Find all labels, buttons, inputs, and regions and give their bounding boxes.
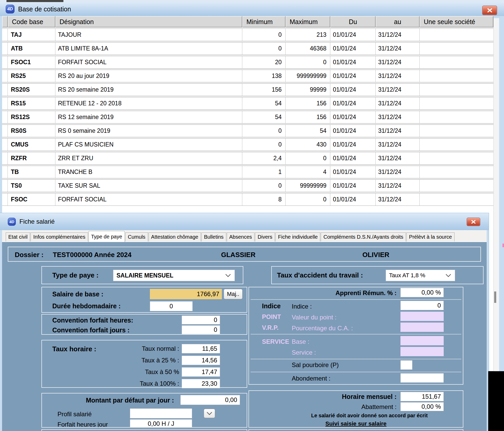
rate-field[interactable]: 17,47 [182,367,220,377]
cell-date: 31/12/24 [376,42,420,55]
cell-desig: TRANCHE B [55,166,242,178]
tab-pr-l-vt-la-source[interactable]: Prélèvt à la source [406,232,455,242]
rate-field[interactable]: 11,65 [182,344,220,353]
convention-group: Convention forfait heures: 0 Convention … [41,314,247,335]
default-amount-field[interactable]: 0,00 [180,395,240,405]
tab-attestation-ch-mage[interactable]: Attestation chômage [149,232,201,242]
tab-type-de-paye[interactable]: Type de paye [89,231,125,242]
table-row[interactable]: ATBATB LIMITE 8A-1A04636801/01/2431/12/2… [2,42,493,55]
table-row[interactable]: RS25RS 20 au jour 201913899999999901/01/… [2,70,493,82]
table-row[interactable]: RS0SRS 0 semaine 201905401/01/2431/12/24 [2,125,493,137]
pay-type-select[interactable]: SALAIRE MENSUEL [113,270,235,281]
rate-field[interactable]: 23,30 [182,379,220,388]
cell-last [420,97,493,109]
tab-cumuls[interactable]: Cumuls [125,232,148,242]
cell-code: CMUS [8,138,55,151]
column-header-minimum[interactable]: Minimum [242,16,286,27]
chevron-down-icon [207,412,212,415]
column-header-une-seule-soci-t[interactable]: Une seule société [420,16,493,27]
cell-gut [2,180,8,192]
table-body: TAJTAJOUR021301/01/2431/12/24ATBATB LIMI… [2,28,493,206]
monthly-hours-group: Horaire mensuel : 151,67 Abattement : 0,… [249,390,463,428]
vrp-percent-field[interactable] [400,323,444,332]
cell-num: 0 [242,180,286,192]
cell-date: 31/12/24 [376,84,420,96]
column-header-maximum[interactable]: Maximum [286,16,330,27]
monthly-hours-label: Horaire mensuel : [285,393,397,400]
abondement-label: Abondement : [292,375,330,382]
cell-num: 0 [242,42,286,55]
cell-date: 01/01/24 [330,29,376,41]
daily-hours-field[interactable]: 0,00 H / J [130,419,192,428]
cell-num: 54 [242,111,286,123]
column-header-d-signation[interactable]: Désignation [55,16,242,27]
tab-compl-ments-d-s-n-ayants-droits[interactable]: Compléments D.S.N./Ayants droits [321,232,406,242]
scrollbar-thumb[interactable] [494,291,496,303]
monthly-hours-field[interactable]: 151,67 [400,392,444,401]
rate-field[interactable]: 14,56 [182,356,220,365]
table-row[interactable]: RS12SRS 12 semaine 20195415601/01/2431/1… [2,111,493,123]
indice-field[interactable]: 0 [400,301,444,310]
table-row[interactable]: FSOC1FORFAIT SOCIAL20001/01/2431/12/24 [2,56,493,69]
cell-last [420,70,493,82]
table-row[interactable]: RS15RETENUE 12 - 20 20185415601/01/2431/… [2,97,493,110]
tab-fiche-individuelle[interactable]: Fiche individuelle [275,232,320,242]
close-button[interactable] [482,6,497,15]
table-row[interactable]: TS0TAXE SUR SAL09999999901/01/2431/12/24 [2,179,493,192]
column-header-code-base[interactable]: Code base [8,16,55,27]
table-row[interactable]: FSOCFORFAIT SOCIAL8001/01/2431/12/24 [2,193,493,206]
cell-date: 31/12/24 [376,166,420,178]
service-label: Service : [292,349,316,356]
service-base-field[interactable] [400,336,444,345]
hourly-rates-group: Taux horaire : Taux normal :11,65Taux à … [41,340,247,388]
salary-entry-tracking-link[interactable]: Suivi saisie sur salaire [325,420,386,427]
point-value-field[interactable] [400,312,444,321]
table-row[interactable]: CMUSPLAF CS MUSICIEN043001/01/2431/12/24 [2,138,493,151]
scrollbar-track[interactable] [493,18,499,374]
abondement-field[interactable] [400,373,444,383]
fiche-salarie-window: 4D Fiche salarié Etat civilInfos complém… [0,213,489,431]
abatement-label: Abattement : [285,403,397,411]
table-row[interactable]: RS20SRS 20 semaine 20191569999901/01/243… [2,83,493,96]
apprentice-field[interactable]: 0,00 % [400,288,444,297]
abatement-field[interactable]: 0,00 % [400,402,444,411]
cell-code: FSOC [8,193,55,206]
tab-bulletins[interactable]: Bulletins [201,232,226,242]
rate-label: Taux à 25 % : [127,357,179,364]
cell-last [420,56,493,68]
employee-profile-field[interactable] [130,408,192,418]
column-header-au[interactable]: au [376,16,420,27]
accident-rate-select[interactable]: Taux AT 1,8 % [386,270,455,281]
cell-date: 01/01/24 [330,180,376,192]
tab-etat-civil[interactable]: Etat civil [6,232,30,242]
cell-num: 1 [242,166,286,178]
cell-last [420,180,493,192]
maj-button[interactable]: Maj.. [224,289,243,299]
tab-infos-compl-mentaires[interactable]: Infos complémentaires [31,232,88,242]
close-button[interactable] [467,218,480,226]
tab-divers[interactable]: Divers [255,232,275,242]
cell-num: 46368 [286,42,330,55]
convention-days-field[interactable]: 0 [182,325,220,334]
cell-date: 31/12/24 [376,125,420,137]
table-row[interactable]: RZFRZRR ET ZRU2,4001/01/2431/12/24 [2,152,493,165]
hourly-rate-row: Taux à 25 % :14,56 [127,356,246,365]
weekly-hours-field[interactable]: 0 [150,301,193,311]
vrp-section-label: V.R.P. [262,324,279,331]
cell-desig: ZRR ET ZRU [55,152,242,164]
cell-desig: RS 20 semaine 2019 [55,84,242,96]
employee-profile-dropdown-button[interactable] [204,409,215,418]
base-salary-field[interactable]: 1766,97 [150,289,222,299]
table-row[interactable]: TAJTAJOUR021301/01/2431/12/24 [2,28,493,41]
hourly-rate-row: Taux à 50 %17,47 [127,367,246,377]
4d-app-icon: 4D [8,218,16,226]
column-header-du[interactable]: Du [330,16,376,27]
cell-num: 0 [242,138,286,151]
cell-desig: RS 20 au jour 2019 [55,70,242,82]
rate-label: Taux normal : [127,345,179,352]
table-row[interactable]: TBTRANCHE B1401/01/2431/12/24 [2,166,493,178]
service-field[interactable] [400,347,444,356]
convention-hours-field[interactable]: 0 [182,316,220,324]
tab-absences[interactable]: Absences [227,232,255,242]
tip-salary-field[interactable] [400,360,412,370]
